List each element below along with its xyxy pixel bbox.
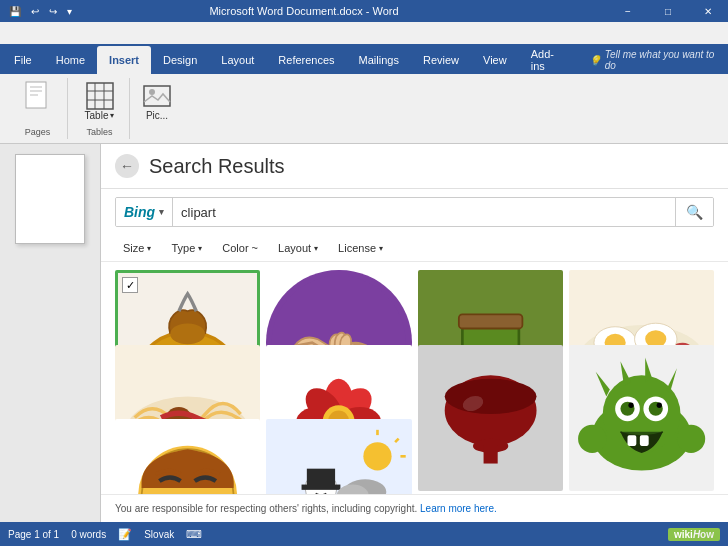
- page-indicator: Page 1 of 1: [8, 529, 59, 540]
- tab-layout[interactable]: Layout: [209, 46, 266, 74]
- wikihow-badge: wikiHow: [668, 528, 720, 541]
- back-icon: ←: [120, 158, 134, 174]
- tell-me-field[interactable]: 💡 Tell me what you want to do: [577, 46, 728, 74]
- table-dropdown-arrow: ▾: [110, 111, 114, 120]
- tab-references[interactable]: References: [266, 46, 346, 74]
- svg-point-59: [677, 425, 705, 453]
- redo-icon[interactable]: ↪: [46, 4, 60, 19]
- tab-insert[interactable]: Insert: [97, 46, 151, 74]
- document-page: [15, 154, 85, 244]
- sidebar-title: Search Results: [149, 155, 285, 178]
- keyboard-icon[interactable]: ⌨: [186, 528, 202, 541]
- close-button[interactable]: ✕: [688, 0, 728, 22]
- sidebar-header: ← Search Results: [101, 144, 728, 189]
- svg-point-58: [578, 425, 606, 453]
- pages-icon: [24, 82, 52, 110]
- pictures-label: Pic...: [146, 110, 168, 121]
- tab-file[interactable]: File: [2, 46, 44, 74]
- bing-dropdown-arrow: ▾: [159, 207, 164, 217]
- filter-size[interactable]: Size ▾: [115, 239, 159, 257]
- filter-type[interactable]: Type ▾: [163, 239, 210, 257]
- tab-home[interactable]: Home: [44, 46, 97, 74]
- maximize-button[interactable]: □: [648, 0, 688, 22]
- svg-rect-4: [87, 83, 113, 109]
- search-bar: Bing ▾ 🔍: [115, 197, 714, 227]
- back-button[interactable]: ←: [115, 154, 139, 178]
- ribbon-group-pictures: Pic...: [132, 78, 182, 139]
- layout-arrow-icon: ▾: [314, 244, 318, 253]
- svg-rect-45: [483, 446, 497, 464]
- status-right-area: wikiHow: [668, 528, 720, 541]
- type-arrow-icon: ▾: [198, 244, 202, 253]
- learn-more-link[interactable]: Learn more here.: [420, 503, 497, 514]
- ribbon-group-pages: Pages: [8, 78, 68, 139]
- status-bar: Page 1 of 1 0 words 📝 Slovak ⌨ wikiHow: [0, 522, 728, 546]
- pages-button[interactable]: [18, 80, 58, 112]
- main-area: ← Search Results Bing ▾ 🔍 Size ▾ Type ▾: [0, 144, 728, 522]
- tab-review[interactable]: Review: [411, 46, 471, 74]
- svg-rect-2: [30, 90, 42, 92]
- ribbon-tab-bar: File Home Insert Design Layout Reference…: [0, 44, 728, 74]
- title-bar: 💾 ↩ ↪ ▾ Microsoft Word Document.docx - W…: [0, 0, 728, 22]
- tab-design[interactable]: Design: [151, 46, 209, 74]
- svg-rect-1: [30, 86, 42, 88]
- tab-view[interactable]: View: [471, 46, 519, 74]
- copyright-notice: You are responsible for respecting other…: [101, 494, 728, 522]
- table-icon: [86, 82, 114, 110]
- document-area: [0, 144, 100, 522]
- pictures-icon: [143, 82, 171, 110]
- table-button[interactable]: Table ▾: [79, 80, 121, 123]
- svg-point-54: [628, 403, 633, 408]
- svg-point-46: [444, 379, 536, 414]
- license-arrow-icon: ▾: [379, 244, 383, 253]
- table-label: Table: [85, 110, 109, 121]
- window-controls: − □ ✕: [608, 0, 728, 22]
- ribbon-group-tables: Table ▾ Tables: [70, 78, 130, 139]
- svg-point-10: [149, 89, 155, 95]
- lightbulb-icon: 💡: [589, 55, 601, 66]
- svg-point-77: [364, 442, 392, 470]
- filter-layout[interactable]: Layout ▾: [270, 239, 326, 257]
- tab-mailings[interactable]: Mailings: [347, 46, 411, 74]
- customize-icon[interactable]: ▾: [64, 4, 75, 19]
- svg-rect-9: [144, 86, 170, 106]
- svg-rect-57: [640, 436, 649, 447]
- word-count: 0 words: [71, 529, 106, 540]
- tab-addins[interactable]: Add-ins: [519, 46, 577, 74]
- svg-rect-3: [30, 94, 38, 96]
- save-icon[interactable]: 💾: [6, 4, 24, 19]
- pages-label: Pages: [25, 127, 51, 137]
- ribbon-panel: Pages Table ▾ Tables: [0, 74, 728, 144]
- svg-rect-74: [302, 484, 341, 489]
- pictures-button[interactable]: Pic...: [137, 80, 177, 123]
- bing-button[interactable]: Bing ▾: [116, 198, 173, 226]
- bing-logo: Bing: [124, 204, 155, 220]
- sidebar-panel: ← Search Results Bing ▾ 🔍 Size ▾ Type ▾: [100, 144, 728, 522]
- spell-check-icon[interactable]: 📝: [118, 528, 132, 541]
- size-arrow-icon: ▾: [147, 244, 151, 253]
- svg-rect-73: [307, 468, 335, 486]
- svg-point-55: [656, 403, 661, 408]
- image-item-8[interactable]: [569, 345, 714, 490]
- search-submit-button[interactable]: 🔍: [675, 198, 713, 226]
- language-indicator[interactable]: Slovak: [144, 529, 174, 540]
- tables-group-label: Tables: [86, 127, 112, 137]
- image-item-7[interactable]: [418, 345, 563, 490]
- undo-icon[interactable]: ↩: [28, 4, 42, 19]
- search-input[interactable]: [173, 199, 675, 226]
- filter-license[interactable]: License ▾: [330, 239, 391, 257]
- image-grid: ✓ $: [101, 262, 728, 494]
- minimize-button[interactable]: −: [608, 0, 648, 22]
- image-item-10[interactable]: ❄ ❄ ❄: [266, 419, 411, 494]
- window-title: Microsoft Word Document.docx - Word: [0, 5, 608, 17]
- filter-bar: Size ▾ Type ▾ Color ~ Layout ▾ License ▾: [101, 235, 728, 262]
- selection-checkbox: ✓: [122, 277, 138, 293]
- svg-rect-56: [627, 436, 636, 447]
- svg-rect-17: [458, 314, 522, 328]
- quick-access-toolbar: 💾 ↩ ↪ ▾: [0, 0, 81, 22]
- image-item-9[interactable]: [115, 419, 260, 494]
- search-icon: 🔍: [686, 204, 703, 220]
- svg-point-13: [170, 323, 205, 344]
- filter-color[interactable]: Color ~: [214, 239, 266, 257]
